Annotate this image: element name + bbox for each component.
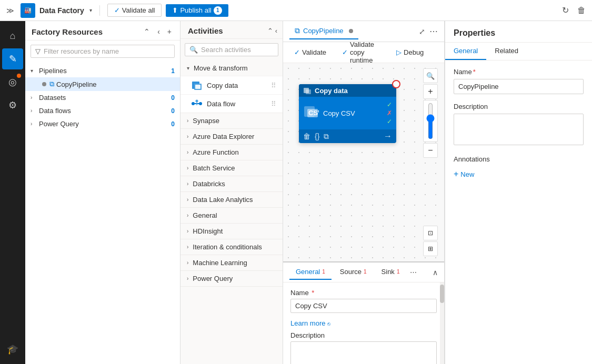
general-label: General bbox=[193, 211, 217, 219]
canvas-maximize-icon[interactable]: ⤢ bbox=[419, 27, 425, 36]
act-section-move-transform-header[interactable]: ▾ Move & transform bbox=[180, 60, 283, 76]
act-section-general-header[interactable]: › General bbox=[180, 208, 283, 223]
tree-pipelines-section[interactable]: ▾ Pipelines 1 bbox=[25, 64, 180, 77]
nav-monitor-icon[interactable]: ◎ bbox=[2, 72, 23, 93]
act-section-azure-data-explorer-header[interactable]: › Azure Data Explorer bbox=[180, 129, 283, 144]
act-section-batch-service-header[interactable]: › Batch Service bbox=[180, 160, 283, 176]
act-section-machine-learning-header[interactable]: › Machine Learning bbox=[180, 255, 283, 270]
props-add-annotation-button[interactable]: + New bbox=[454, 167, 474, 181]
tree-copypipeline-item[interactable]: ⧉ CopyPipeline bbox=[25, 77, 180, 91]
resources-add-icon[interactable]: + bbox=[165, 26, 174, 37]
tree-powerquery-section[interactable]: › Power Query 0 bbox=[25, 117, 180, 130]
resources-collapse-icon[interactable]: ⌃ bbox=[142, 26, 152, 37]
refresh-icon[interactable]: ↻ bbox=[560, 3, 571, 17]
resources-tree: ▾ Pipelines 1 ⧉ CopyPipeline › Datasets … bbox=[25, 62, 180, 364]
zoom-out-button[interactable]: − bbox=[423, 143, 438, 158]
validate-button[interactable]: ✓ Validate bbox=[289, 46, 331, 59]
card-code-icon[interactable]: {} bbox=[315, 132, 319, 140]
act-section-iteration-conditionals-header[interactable]: › Iteration & conditionals bbox=[180, 239, 283, 255]
resources-search-input[interactable] bbox=[44, 47, 170, 55]
pipeline-tab-modified-dot bbox=[349, 29, 353, 33]
fit-grid-button[interactable]: ⊞ bbox=[423, 241, 438, 256]
nav-home-icon[interactable]: ⌂ bbox=[2, 25, 23, 46]
resources-search-box: ▽ bbox=[31, 45, 175, 58]
props-name-label: Name * bbox=[454, 68, 584, 76]
svg-text:CSV: CSV bbox=[308, 109, 319, 117]
bottom-panel-collapse-icon[interactable]: ∧ bbox=[433, 268, 438, 277]
tree-dataflows-section[interactable]: › Data flows 0 bbox=[25, 104, 180, 117]
validate-check-icon: ✓ bbox=[294, 48, 300, 56]
act-item-copy-data[interactable]: Copy data ⠿ bbox=[180, 76, 283, 94]
act-section-azure-function-header[interactable]: › Azure Function bbox=[180, 145, 283, 160]
nav-edit-icon[interactable]: ✎ bbox=[2, 48, 23, 69]
act-section-hdinsight-header[interactable]: › HDInsight bbox=[180, 224, 283, 239]
copy-data-drag-handle[interactable]: ⠿ bbox=[271, 82, 276, 89]
bottom-tab-sink[interactable]: Sink 1 bbox=[375, 265, 406, 280]
delete-icon[interactable]: 🗑 bbox=[575, 4, 588, 17]
publish-all-label: Publish all bbox=[180, 6, 211, 14]
bottom-scrollbar-thumb[interactable] bbox=[440, 285, 444, 303]
card-navigate-icon[interactable]: → bbox=[384, 132, 392, 141]
iteration-conditionals-chevron-icon: › bbox=[187, 244, 188, 250]
canvas-more-icon[interactable]: ⋯ bbox=[429, 26, 438, 36]
canvas-tab-copypipeline[interactable]: ⧉ CopyPipeline bbox=[289, 23, 358, 39]
act-section-power-query-header[interactable]: › Power Query bbox=[180, 271, 283, 286]
azure-data-explorer-label: Azure Data Explorer bbox=[193, 133, 254, 140]
bottom-name-input[interactable] bbox=[290, 299, 437, 313]
bottom-tab-general-label: General bbox=[296, 268, 320, 276]
publish-all-button[interactable]: ⬆ Publish all 1 bbox=[166, 4, 228, 17]
props-tab-related[interactable]: Related bbox=[486, 43, 527, 60]
nav-learn-icon[interactable]: 🎓 bbox=[2, 339, 23, 360]
zoom-in-button[interactable]: + bbox=[423, 84, 438, 99]
data-flow-drag-handle[interactable]: ⠿ bbox=[271, 100, 276, 108]
azure-function-label: Azure Function bbox=[193, 148, 238, 156]
nav-manage-icon[interactable]: ⚙ bbox=[2, 95, 23, 116]
card-delete-icon[interactable]: 🗑 bbox=[303, 132, 310, 140]
tree-datasets-section[interactable]: › Datasets 0 bbox=[25, 91, 180, 104]
bottom-tab-sink-sup: 1 bbox=[397, 269, 400, 275]
resources-panel: Factory Resources ⌃ ‹ + ▽ ▾ Pipelines 1 … bbox=[25, 21, 180, 364]
props-description-textarea[interactable] bbox=[454, 114, 584, 145]
card-clone-icon[interactable]: ⧉ bbox=[324, 132, 329, 141]
learn-more-link[interactable]: Learn more ⎋ bbox=[290, 319, 330, 327]
activities-collapse-icon[interactable]: ⌃ bbox=[267, 27, 273, 35]
props-name-input[interactable] bbox=[454, 79, 584, 94]
act-item-data-flow[interactable]: Data flow ⠿ bbox=[180, 94, 283, 113]
resources-collapse2-icon[interactable]: ‹ bbox=[155, 26, 162, 37]
activity-card-header: Copy data bbox=[299, 84, 396, 97]
bottom-panel: General 1 Source 1 Sink 1 ⋯ ∧ bbox=[283, 261, 444, 364]
bottom-tab-more-icon[interactable]: ⋯ bbox=[410, 268, 417, 276]
bottom-description-textarea[interactable] bbox=[290, 341, 437, 364]
props-tab-related-label: Related bbox=[495, 47, 518, 55]
zoom-slider[interactable] bbox=[425, 103, 436, 139]
dataflows-chevron-icon: › bbox=[31, 108, 37, 114]
props-tab-general[interactable]: General bbox=[445, 43, 486, 60]
validate-all-button[interactable]: ✓ Validate all bbox=[107, 4, 162, 17]
activities-search-input[interactable] bbox=[201, 46, 289, 54]
powerquery-chevron-icon: › bbox=[31, 121, 37, 127]
activities-actions: ⌃ ‹ bbox=[267, 27, 277, 35]
fit-screen-button[interactable]: ⊡ bbox=[423, 226, 438, 240]
activity-card-copy-csv[interactable]: Copy data CSV Copy CSV ✓ bbox=[299, 84, 396, 143]
expand-nav-icon[interactable]: ≫ bbox=[4, 4, 16, 17]
search-zoom-icon[interactable]: 🔍 bbox=[423, 68, 438, 83]
act-section-databricks-header[interactable]: › Databricks bbox=[180, 176, 283, 191]
canvas-drawing-area[interactable]: Copy data CSV Copy CSV ✓ bbox=[283, 63, 444, 261]
activities-collapse2-icon[interactable]: ‹ bbox=[275, 27, 277, 35]
dataflows-label: Data flows bbox=[39, 107, 169, 115]
bottom-tab-general[interactable]: General 1 bbox=[289, 265, 332, 280]
resources-actions: ⌃ ‹ + bbox=[142, 26, 174, 37]
act-section-synapse: › Synapse bbox=[180, 113, 283, 129]
props-description-field: Description bbox=[454, 103, 584, 147]
act-section-synapse-header[interactable]: › Synapse bbox=[180, 113, 283, 128]
resources-header: Factory Resources ⌃ ‹ + bbox=[25, 21, 180, 41]
validate-copy-runtime-button[interactable]: ✓ Validate copy runtime bbox=[337, 38, 379, 67]
nav-icons: ⌂ ✎ ◎ ⚙ 🎓 bbox=[0, 21, 25, 364]
pipelines-count: 1 bbox=[171, 67, 175, 75]
bottom-tab-source[interactable]: Source 1 bbox=[334, 265, 373, 280]
app-dropdown-icon[interactable]: ▾ bbox=[89, 7, 92, 13]
act-section-data-lake-analytics-header[interactable]: › Data Lake Analytics bbox=[180, 192, 283, 207]
debug-button[interactable]: ▷ Debug bbox=[392, 46, 428, 59]
copy-data-card-icon bbox=[303, 86, 312, 95]
batch-service-chevron-icon: › bbox=[187, 165, 188, 171]
